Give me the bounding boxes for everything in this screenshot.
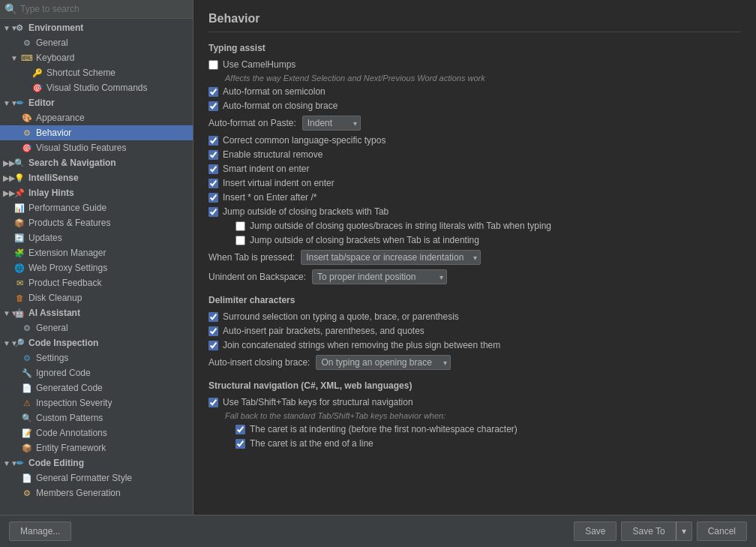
- sidebar-item-ignored-code[interactable]: ▶ 🔧 Ignored Code: [0, 365, 193, 380]
- products-icon: 📦: [14, 217, 26, 229]
- vsfeatures-icon: 🎯: [21, 142, 33, 154]
- checkbox-use-tab-structural[interactable]: [208, 398, 218, 407]
- when-tab-label: When Tab is pressed:: [208, 252, 295, 263]
- option-jump-indenting: Jump outside of closing brackets when Ta…: [236, 235, 741, 245]
- members-icon: ⚙: [21, 487, 33, 499]
- sidebar-item-performance-guide[interactable]: ▶ 📊 Performance Guide: [0, 200, 193, 215]
- sidebar-item-ai-assistant[interactable]: ▼ 🤖 AI Assistant: [0, 305, 193, 320]
- search-input[interactable]: [20, 4, 188, 14]
- sidebar-item-custom-patterns[interactable]: ▶ 🔍 Custom Patterns: [0, 410, 193, 425]
- checkbox-jump-quotes[interactable]: [236, 221, 245, 231]
- cancel-button[interactable]: Cancel: [697, 521, 747, 541]
- sidebar-item-code-inspection[interactable]: ▼ 🔎 Code Inspection: [0, 335, 193, 350]
- sidebar-item-generated-code[interactable]: ▶ 📄 Generated Code: [0, 380, 193, 395]
- sidebar-item-code-annotations[interactable]: ▶ 📝 Code Annotations: [0, 425, 193, 440]
- sidebar-item-search-navigation[interactable]: ▶ 🔍 Search & Navigation: [0, 155, 193, 170]
- ce-arrow: ▼: [3, 459, 14, 467]
- jump-indenting-label: Jump outside of closing brackets when Ta…: [250, 235, 479, 245]
- general-env-label: General: [36, 38, 68, 48]
- severity-icon: ⚠: [21, 397, 33, 409]
- checkbox-use-camel-humps[interactable]: [208, 60, 218, 70]
- checkbox-auto-insert-brackets[interactable]: [208, 326, 218, 336]
- ce-label: Code Editing: [28, 458, 84, 468]
- jump-outside-label: Jump outside of closing brackets with Ta…: [223, 206, 388, 217]
- when-tab-select[interactable]: Insert tab/space or increase indentation…: [301, 250, 481, 265]
- checkbox-insert-star[interactable]: [208, 193, 218, 203]
- checkbox-correct-typos[interactable]: [208, 136, 218, 146]
- sidebar-item-editor[interactable]: ▼ ✏ Editor: [0, 95, 193, 110]
- sidebar-item-web-proxy[interactable]: ▶ 🌐 Web Proxy Settings: [0, 260, 193, 275]
- sidebar-item-general-env[interactable]: ▶ ⚙ General: [0, 35, 193, 50]
- feedback-label: Product Feedback: [28, 278, 101, 288]
- join-strings-label: Join concatenated strings when removing …: [223, 340, 500, 350]
- sidebar-item-environment[interactable]: ▼ ⚙ Environment: [0, 20, 193, 35]
- sidebar-item-inlay-hints[interactable]: ▶ 📌 Inlay Hints: [0, 185, 193, 200]
- bottom-bar: Manage... Save Save To ▾ Cancel: [0, 515, 756, 547]
- auto-format-paste-select[interactable]: Indent Reformat None: [302, 116, 361, 131]
- generated-icon: 📄: [21, 382, 33, 394]
- option-caret-end-line: The caret is at the end of a line: [236, 438, 741, 449]
- feedback-icon: ✉: [14, 277, 26, 289]
- sidebar-item-appearance[interactable]: ▶ 🎨 Appearance: [0, 110, 193, 125]
- checkbox-jump-outside[interactable]: [208, 207, 218, 217]
- option-join-strings: Join concatenated strings when removing …: [208, 340, 741, 350]
- auto-insert-brace-select[interactable]: On typing an opening brace Never: [316, 355, 451, 370]
- unindent-select[interactable]: To proper indent position One step Never: [312, 269, 447, 284]
- sidebar-item-general-ai[interactable]: ▶ ⚙ General: [0, 320, 193, 335]
- vscommands-icon: 🎯: [32, 82, 44, 94]
- option-caret-indenting: The caret is at indenting (before the fi…: [236, 424, 741, 434]
- save-to-wrap: Save To ▾: [621, 521, 692, 541]
- sidebar-item-code-editing[interactable]: ▼ ✏ Code Editing: [0, 455, 193, 470]
- environment-icon: ⚙: [14, 22, 26, 34]
- general-ai-icon: ⚙: [21, 322, 33, 334]
- unindent-select-wrap: To proper indent position One step Never: [312, 269, 447, 284]
- entity-label: Entity Framework: [36, 443, 106, 453]
- sidebar-item-keyboard[interactable]: ▼ ⌨ Keyboard: [0, 50, 193, 65]
- option-jump-quotes: Jump outside of closing quotes/braces in…: [236, 221, 741, 231]
- intellisense-label: IntelliSense: [28, 173, 79, 183]
- sidebar-item-vs-commands[interactable]: ▶ 🎯 Visual Studio Commands: [0, 80, 193, 95]
- checkbox-surround-selection[interactable]: [208, 312, 218, 322]
- checkbox-caret-end-line[interactable]: [236, 439, 245, 449]
- intellisense-icon: 💡: [14, 172, 26, 184]
- option-use-camel-humps: Use CamelHumps: [208, 59, 741, 70]
- sidebar-item-general-formatter[interactable]: ▶ 📄 General Formatter Style: [0, 470, 193, 485]
- keyboard-icon: ⌨: [21, 52, 33, 64]
- sidebar-item-behavior[interactable]: ▶ ⚙ Behavior: [0, 125, 193, 140]
- ai-label: AI Assistant: [28, 308, 80, 318]
- checkbox-caret-indenting[interactable]: [236, 425, 245, 434]
- page-title: Behavior: [208, 12, 741, 32]
- auto-format-semicolon-label: Auto-format on semicolon: [223, 86, 326, 97]
- checkbox-smart-indent[interactable]: [208, 164, 218, 174]
- option-jump-outside: Jump outside of closing brackets with Ta…: [208, 206, 741, 217]
- sidebar-item-product-feedback[interactable]: ▶ ✉ Product Feedback: [0, 275, 193, 290]
- sidebar-item-entity-framework[interactable]: ▶ 📦 Entity Framework: [0, 440, 193, 455]
- sidebar-item-intellisense[interactable]: ▶ 💡 IntelliSense: [0, 170, 193, 185]
- checkbox-join-strings[interactable]: [208, 341, 218, 350]
- checkbox-virtual-indent[interactable]: [208, 179, 218, 188]
- sidebar-item-products-features[interactable]: ▶ 📦 Products & Features: [0, 215, 193, 230]
- sidebar-item-extension-manager[interactable]: ▶ 🧩 Extension Manager: [0, 245, 193, 260]
- save-to-arrow-button[interactable]: ▾: [676, 521, 692, 541]
- sidebar-item-disk-cleanup[interactable]: ▶ 🗑 Disk Cleanup: [0, 290, 193, 305]
- formatter-label: General Formatter Style: [36, 473, 132, 483]
- sidebar-item-inspection-severity[interactable]: ▶ ⚠ Inspection Severity: [0, 395, 193, 410]
- checkbox-structural-remove[interactable]: [208, 150, 218, 160]
- sidebar-item-updates[interactable]: ▶ 🔄 Updates: [0, 230, 193, 245]
- checkbox-jump-indenting[interactable]: [236, 236, 245, 245]
- manage-button[interactable]: Manage...: [9, 521, 71, 541]
- save-to-button[interactable]: Save To: [621, 521, 675, 541]
- checkbox-auto-format-semicolon[interactable]: [208, 87, 218, 97]
- option-virtual-indent: Insert virtual indent on enter: [208, 178, 741, 188]
- save-button[interactable]: Save: [574, 521, 616, 541]
- sidebar-item-vs-features[interactable]: ▶ 🎯 Visual Studio Features: [0, 140, 193, 155]
- sidebar-item-members-generation[interactable]: ▶ ⚙ Members Generation: [0, 485, 193, 500]
- option-correct-typos: Correct common language-specific typos: [208, 135, 741, 146]
- vsfeatures-label: Visual Studio Features: [36, 143, 127, 153]
- sidebar-item-shortcut-scheme[interactable]: ▶ 🔑 Shortcut Scheme: [0, 65, 193, 80]
- sidebar-item-settings-ci[interactable]: ▶ ⚙ Settings: [0, 350, 193, 365]
- checkbox-auto-format-brace[interactable]: [208, 101, 218, 111]
- proxy-label: Web Proxy Settings: [28, 263, 107, 273]
- annotations-icon: 📝: [21, 427, 33, 439]
- ai-arrow: ▼: [3, 309, 14, 317]
